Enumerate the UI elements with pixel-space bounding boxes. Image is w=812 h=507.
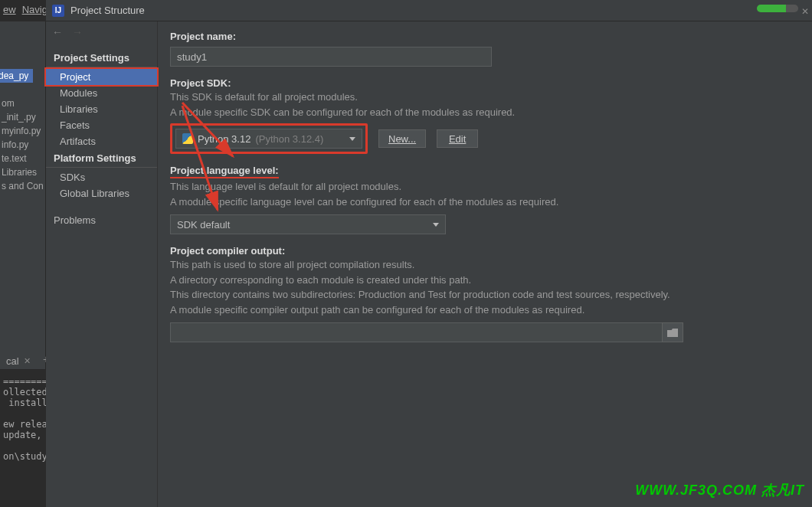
content-pane: Project name: Project SDK: This SDK is d… (158, 21, 812, 507)
sidebar-item-problems[interactable]: Problems (46, 212, 157, 228)
sidebar-item-sdks[interactable]: SDKs (46, 169, 157, 185)
close-icon[interactable]: ✕ (24, 356, 31, 366)
chevron-down-icon (433, 223, 439, 227)
sidebar-item-project[interactable]: Project (44, 67, 159, 87)
tree-leaf[interactable]: myinfo.py (0, 124, 45, 138)
progress-bar (757, 5, 798, 12)
new-sdk-button[interactable]: New... (378, 129, 426, 148)
bg-menu: ew Navig (0, 0, 46, 18)
project-sdk-dropdown[interactable]: Python 3.12 (Python 3.12.4) (175, 129, 362, 149)
dialog-titlebar: IJ Project Structure (46, 0, 812, 21)
tree-leaf[interactable]: info.py (0, 138, 45, 152)
section-platform-settings: Platform Settings (46, 149, 157, 168)
menu-item-view[interactable]: ew (3, 4, 16, 15)
language-level-label: Project language level: (170, 165, 798, 178)
terminal-tab[interactable]: cal ✕ (0, 353, 37, 369)
section-project-settings: Project Settings (46, 49, 157, 67)
sdk-version: (Python 3.12.4) (255, 133, 323, 145)
sidebar-item-artifacts[interactable]: Artifacts (46, 133, 157, 149)
back-icon[interactable]: ← (52, 26, 63, 38)
python-icon (182, 133, 193, 144)
project-name-input[interactable] (170, 47, 492, 67)
language-level-value: SDK default (177, 219, 230, 231)
chevron-down-icon (349, 137, 355, 141)
out-desc: A module specific compiler output path c… (170, 303, 798, 317)
tree-leaf[interactable]: te.text (0, 152, 45, 165)
sdk-name: Python 3.12 (198, 133, 250, 145)
watermark: WWW.JF3Q.COM 杰凡IT (635, 481, 804, 499)
dialog-title: Project Structure (70, 5, 145, 16)
close-icon[interactable]: ✕ (801, 6, 809, 17)
sidebar-item-libraries[interactable]: Libraries (46, 101, 157, 117)
project-sdk-label: Project SDK: (170, 77, 798, 89)
tree-leaf[interactable]: Libraries (0, 165, 45, 179)
sidebar-item-facets[interactable]: Facets (46, 117, 157, 133)
sidebar-item-modules[interactable]: Modules (46, 85, 157, 101)
project-structure-dialog: ← → Project Settings Project Modules Lib… (46, 21, 812, 507)
out-desc: This path is used to store all project c… (170, 258, 798, 272)
sdk-highlight-box: Python 3.12 (Python 3.12.4) (170, 123, 368, 154)
sdk-desc: A module specific SDK can be configured … (170, 106, 798, 119)
compiler-output-input[interactable] (170, 322, 662, 342)
lang-desc: A module specific language level can be … (170, 195, 798, 209)
tree-leaf[interactable]: _init_.py (0, 110, 45, 124)
project-path[interactable]: D:\idea_py (0, 69, 33, 83)
edit-sdk-button[interactable]: Edit (437, 129, 478, 148)
out-desc: A directory corresponding to each module… (170, 273, 798, 287)
app-icon: IJ (52, 5, 64, 17)
menu-item-navigate[interactable]: Navig (22, 4, 47, 15)
folder-icon (667, 329, 678, 337)
browse-button[interactable] (662, 322, 683, 342)
settings-sidebar: Project Settings Project Modules Librari… (46, 21, 158, 507)
out-desc: This directory contains two subdirectori… (170, 288, 798, 302)
forward-icon[interactable]: → (72, 26, 83, 38)
tree-leaf[interactable]: om (0, 96, 45, 110)
compiler-output-label: Project compiler output: (170, 245, 798, 257)
tree-leaf[interactable]: s and Con (0, 179, 45, 193)
tab-label: cal (6, 355, 19, 367)
sdk-desc: This SDK is default for all project modu… (170, 90, 798, 104)
language-level-dropdown[interactable]: SDK default (170, 214, 446, 234)
nav-arrows: ← → (52, 26, 83, 38)
lang-desc: This language level is default for all p… (170, 180, 798, 194)
sidebar-item-global-libraries[interactable]: Global Libraries (46, 185, 157, 201)
project-name-label: Project name: (170, 31, 798, 42)
